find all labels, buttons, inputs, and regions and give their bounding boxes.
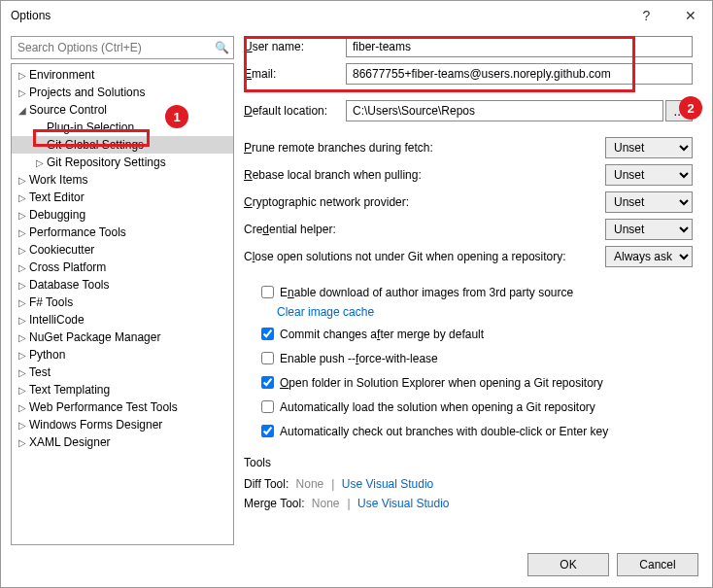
tree-arrow-icon: ▷ [16,437,29,448]
tree-node-label: Windows Forms Designer [29,418,162,432]
default-location-input[interactable] [346,100,663,121]
tree-arrow-icon: ▷ [16,262,29,273]
credential-dropdown[interactable]: Unset [605,219,693,240]
tree-node-label: Text Editor [29,190,85,204]
merge-use-vs-link[interactable]: Use Visual Studio [357,497,450,510]
tree-node-cookiecutter[interactable]: ▷Cookiecutter [12,241,233,259]
auto-checkout-label: Automatically check out branches with do… [280,425,608,438]
open-folder-label: Open folder in Solution Explorer when op… [280,376,603,390]
window-title: Options [11,9,625,22]
tree-arrow-icon: ▷ [16,192,29,203]
username-label: User name: [244,40,346,53]
enable-download-label: Enable download of author images from 3r… [280,286,573,299]
tree-node-work-items[interactable]: ▷Work Items [12,171,233,189]
tools-heading: Tools [244,456,693,469]
tree-arrow-icon: ▷ [16,402,29,413]
auto-checkout-checkbox[interactable] [261,425,274,437]
auto-load-label: Automatically load the solution when ope… [280,400,595,414]
tree-node-web-performance-test-tools[interactable]: ▷Web Performance Test Tools [12,398,233,416]
prune-label: Prune remote branches during fetch: [244,141,605,155]
tree-node-database-tools[interactable]: ▷Database Tools [12,276,233,294]
tree-arrow-icon: ▷ [16,367,29,378]
tree-node-text-templating[interactable]: ▷Text Templating [12,381,233,398]
tree-node-debugging[interactable]: ▷Debugging [12,206,233,224]
tree-node-git-global-settings[interactable]: Git Global Settings [12,136,233,154]
tree-node-test[interactable]: ▷Test [12,363,233,381]
search-icon: 🔍 [215,41,229,54]
tree-arrow-icon: ▷ [16,332,29,343]
close-solutions-dropdown[interactable]: Always ask [605,246,693,267]
tree-node-label: Git Repository Settings [47,156,166,169]
browse-location-button[interactable]: ... [665,100,693,121]
tree-node-f-tools[interactable]: ▷F# Tools [12,294,233,311]
search-input[interactable] [16,40,215,55]
tree-node-label: Plug-in Selection [47,121,134,134]
cancel-button[interactable]: Cancel [617,553,698,576]
tree-node-label: Text Templating [29,383,110,397]
clear-image-cache-link[interactable]: Clear image cache [277,305,374,319]
tree-arrow-icon: ◢ [16,105,29,116]
tree-node-label: F# Tools [29,295,73,309]
tree-node-source-control[interactable]: ◢Source Control [12,101,233,119]
push-force-label: Enable push --force-with-lease [280,352,438,365]
diff-tool-row: Diff Tool: None| Use Visual Studio [244,477,693,491]
tree-node-text-editor[interactable]: ▷Text Editor [12,189,233,206]
options-tree[interactable]: ▷Environment▷Projects and Solutions◢Sour… [11,63,234,545]
default-location-label: Default location: [244,104,346,118]
tree-node-label: Debugging [29,208,85,222]
enable-download-checkbox[interactable] [261,286,274,298]
tree-node-git-repository-settings[interactable]: ▷Git Repository Settings [12,154,233,171]
tree-node-label: IntelliCode [29,313,85,327]
email-input[interactable] [346,63,693,85]
tree-node-environment[interactable]: ▷Environment [12,66,233,84]
tree-node-nuget-package-manager[interactable]: ▷NuGet Package Manager [12,329,233,346]
tree-node-label: Test [29,365,51,379]
tree-arrow-icon: ▷ [16,227,29,238]
help-button[interactable]: ? [625,1,668,30]
tree-node-xaml-designer[interactable]: ▷XAML Designer [12,433,233,451]
tree-arrow-icon: ▷ [16,70,29,81]
tree-node-label: Environment [29,68,94,82]
tree-node-python[interactable]: ▷Python [12,346,233,363]
tree-node-label: Cross Platform [29,260,106,274]
tree-arrow-icon: ▷ [33,157,47,168]
tree-node-label: NuGet Package Manager [29,330,160,344]
tree-node-label: Database Tools [29,278,110,292]
tree-node-label: Projects and Solutions [29,86,145,99]
diff-use-vs-link[interactable]: Use Visual Studio [342,477,434,491]
tree-arrow-icon: ▷ [16,315,29,326]
tree-node-label: Work Items [29,173,87,187]
tree-node-cross-platform[interactable]: ▷Cross Platform [12,259,233,276]
commit-after-merge-label: Commit changes after merge by default [280,328,484,341]
auto-load-checkbox[interactable] [261,400,274,413]
tree-node-projects-and-solutions[interactable]: ▷Projects and Solutions [12,84,233,101]
tree-node-label: Source Control [29,103,107,117]
tree-node-performance-tools[interactable]: ▷Performance Tools [12,224,233,241]
ok-button[interactable]: OK [527,553,609,576]
tree-node-intellicode[interactable]: ▷IntelliCode [12,311,233,329]
tree-arrow-icon: ▷ [16,420,29,431]
tree-node-windows-forms-designer[interactable]: ▷Windows Forms Designer [12,416,233,433]
merge-tool-row: Merge Tool: None| Use Visual Studio [244,497,693,510]
tree-node-label: Python [29,348,65,362]
tree-node-plug-in-selection[interactable]: Plug-in Selection [12,119,233,136]
crypto-label: Cryptographic network provider: [244,195,605,209]
tree-arrow-icon: ▷ [16,385,29,396]
commit-after-merge-checkbox[interactable] [261,328,274,340]
prune-dropdown[interactable]: Unset [605,137,693,158]
credential-label: Credential helper: [244,223,605,236]
tree-arrow-icon: ▷ [16,350,29,361]
crypto-dropdown[interactable]: Unset [605,191,693,213]
tree-node-label: XAML Designer [29,435,111,449]
close-solutions-label: Close open solutions not under Git when … [244,250,605,263]
rebase-dropdown[interactable]: Unset [605,164,693,186]
username-input[interactable] [346,36,693,57]
open-folder-checkbox[interactable] [261,376,274,389]
tree-arrow-icon: ▷ [16,210,29,221]
tree-node-label: Performance Tools [29,225,126,239]
rebase-label: Rebase local branch when pulling: [244,168,605,182]
tree-node-label: Git Global Settings [47,138,144,152]
push-force-checkbox[interactable] [261,352,274,364]
search-box[interactable]: 🔍 [11,36,234,59]
close-button[interactable]: ✕ [668,1,712,30]
